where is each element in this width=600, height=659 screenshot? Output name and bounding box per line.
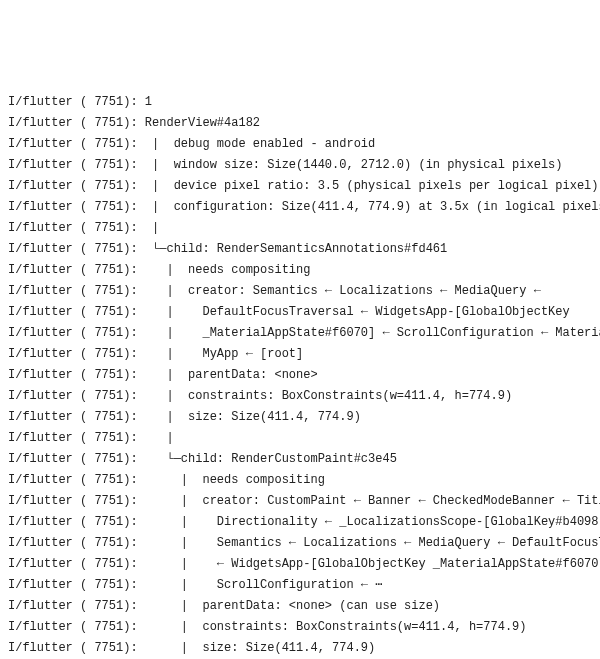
log-line: I/flutter ( 7751): | needs compositing [8, 260, 592, 281]
log-line: I/flutter ( 7751): └─child: RenderCustom… [8, 449, 592, 470]
debug-log-output: I/flutter ( 7751): 1I/flutter ( 7751): R… [8, 92, 592, 659]
log-line: I/flutter ( 7751): | MyApp ← [root] [8, 344, 592, 365]
log-line: I/flutter ( 7751): | creator: Semantics … [8, 281, 592, 302]
log-line: I/flutter ( 7751): | parentData: <none> [8, 365, 592, 386]
log-line: I/flutter ( 7751): | [8, 428, 592, 449]
log-line: I/flutter ( 7751): | size: Size(411.4, 7… [8, 407, 592, 428]
log-line: I/flutter ( 7751): | ScrollConfiguration… [8, 575, 592, 596]
log-line: I/flutter ( 7751): | configuration: Size… [8, 197, 592, 218]
log-line: I/flutter ( 7751): | [8, 218, 592, 239]
log-line: I/flutter ( 7751): | constraints: BoxCon… [8, 617, 592, 638]
log-line: I/flutter ( 7751): | parentData: <none> … [8, 596, 592, 617]
log-line: I/flutter ( 7751): RenderView#4a182 [8, 113, 592, 134]
log-line: I/flutter ( 7751): | constraints: BoxCon… [8, 386, 592, 407]
log-line: I/flutter ( 7751): | size: Size(411.4, 7… [8, 638, 592, 659]
log-line: I/flutter ( 7751): | creator: CustomPain… [8, 491, 592, 512]
log-line: I/flutter ( 7751): 1 [8, 92, 592, 113]
log-line: I/flutter ( 7751): | needs compositing [8, 470, 592, 491]
log-line: I/flutter ( 7751): | Semantics ← Localiz… [8, 533, 592, 554]
log-line: I/flutter ( 7751): └─child: RenderSemant… [8, 239, 592, 260]
log-line: I/flutter ( 7751): | ← WidgetsApp-[Globa… [8, 554, 592, 575]
log-line: I/flutter ( 7751): | Directionality ← _L… [8, 512, 592, 533]
log-line: I/flutter ( 7751): | _MaterialAppState#f… [8, 323, 592, 344]
log-line: I/flutter ( 7751): | debug mode enabled … [8, 134, 592, 155]
log-line: I/flutter ( 7751): | DefaultFocusTravers… [8, 302, 592, 323]
log-line: I/flutter ( 7751): | device pixel ratio:… [8, 176, 592, 197]
log-line: I/flutter ( 7751): | window size: Size(1… [8, 155, 592, 176]
